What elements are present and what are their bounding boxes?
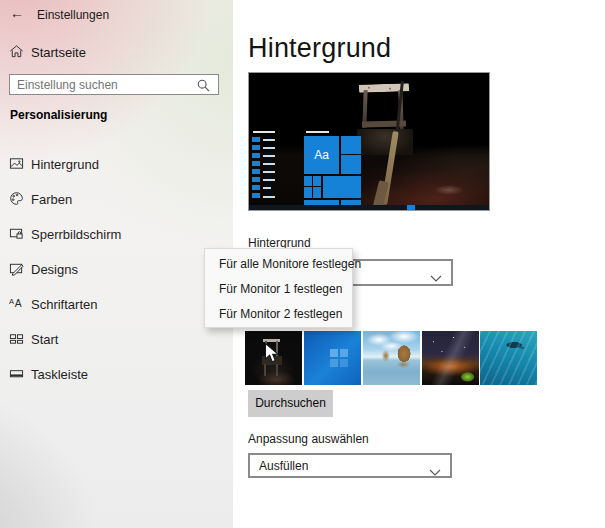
sidebar-item-label: Schriftarten <box>31 297 97 312</box>
preview-startmenu-list-header <box>253 131 275 133</box>
sidebar-item-label: Farben <box>31 192 72 207</box>
sidebar: ← Einstellungen Startseite Personalisier… <box>0 0 233 528</box>
sidebar-item-start[interactable]: Start <box>0 327 233 351</box>
settings-search <box>9 74 219 95</box>
search-input[interactable] <box>17 76 195 93</box>
sidebar-item-label: Taskleiste <box>31 367 88 382</box>
sidebar-item-hintergrund[interactable]: Hintergrund <box>0 152 233 176</box>
preview-taskbar <box>249 205 489 210</box>
preview-start-tile: Aa <box>304 136 339 174</box>
sidebar-section-heading: Personalisierung <box>10 108 107 122</box>
image-icon <box>9 156 24 175</box>
start-tiles-icon <box>9 331 24 350</box>
sidebar-item-sperrbildschirm[interactable]: Sperrbildschirm <box>0 222 233 246</box>
svg-text:A: A <box>15 298 22 309</box>
thumbnail-beach-rocks-photo[interactable] <box>363 331 420 385</box>
sidebar-item-label: Start <box>31 332 58 347</box>
thumbnail-windows-default-blue[interactable] <box>304 331 361 385</box>
page-title: Hintergrund <box>248 33 391 64</box>
sidebar-item-farben[interactable]: Farben <box>0 187 233 211</box>
sidebar-item-label: Hintergrund <box>31 157 99 172</box>
sidebar-item-label: Startseite <box>31 45 86 60</box>
app-header: ← Einstellungen <box>0 0 233 30</box>
settings-window: ← Einstellungen Startseite Personalisier… <box>0 0 605 528</box>
svg-text:A: A <box>9 297 14 306</box>
themes-icon <box>9 261 24 280</box>
thumbnail-underwater-photo[interactable] <box>480 331 537 385</box>
menu-item-all-monitors[interactable]: Für alle Monitore festlegen <box>205 252 352 277</box>
palette-icon <box>9 191 24 210</box>
back-icon[interactable]: ← <box>10 5 28 23</box>
sidebar-item-schriftarten[interactable]: A A Schriftarten <box>0 292 233 316</box>
search-icon[interactable] <box>197 78 210 96</box>
app-title: Einstellungen <box>37 8 109 22</box>
menu-item-monitor-2[interactable]: Für Monitor 2 festlegen <box>205 302 352 327</box>
lock-screen-icon <box>9 226 24 245</box>
sidebar-item-taskleiste[interactable]: Taskleiste <box>0 362 233 386</box>
sidebar-item-label: Sperrbildschirm <box>31 227 121 242</box>
browse-button[interactable]: Durchsuchen <box>248 390 333 417</box>
mouse-cursor-icon <box>264 342 281 369</box>
fonts-icon: A A <box>9 296 24 315</box>
fit-dropdown-value: Ausfüllen <box>259 459 308 473</box>
taskbar-icon <box>9 366 24 385</box>
preview-startmenu-tiles-header <box>306 131 329 133</box>
chevron-down-icon <box>429 463 441 481</box>
background-preview: Aa <box>248 72 490 211</box>
monitor-context-menu: Für alle Monitore festlegen Für Monitor … <box>204 248 353 328</box>
sidebar-item-label: Designs <box>31 262 78 277</box>
fit-dropdown[interactable]: Ausfüllen <box>248 453 452 478</box>
sidebar-item-home[interactable]: Startseite <box>0 41 233 65</box>
fit-label: Anpassung auswählen <box>248 432 369 446</box>
windows-logo-icon <box>330 349 338 357</box>
home-icon <box>9 44 24 63</box>
sidebar-item-designs[interactable]: Designs <box>0 257 233 281</box>
menu-item-monitor-1[interactable]: Für Monitor 1 festlegen <box>205 277 352 302</box>
thumbnail-night-sky-tent-photo[interactable] <box>422 331 479 385</box>
chevron-down-icon <box>430 269 442 287</box>
